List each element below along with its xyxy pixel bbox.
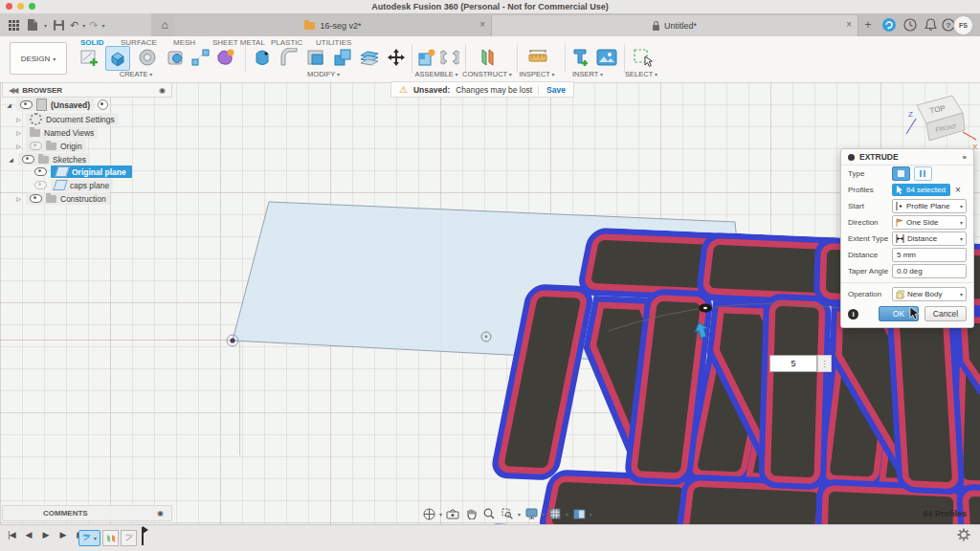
job-status-icon[interactable]	[880, 16, 898, 33]
visibility-eye-icon[interactable]	[30, 142, 42, 150]
group-label-select[interactable]: SELECT	[612, 70, 670, 78]
sweep-button[interactable]	[165, 46, 188, 69]
dialog-header[interactable]: EXTRUDE »	[841, 149, 973, 165]
grid-settings-icon[interactable]	[547, 506, 563, 521]
press-pull-button[interactable]	[251, 46, 274, 69]
doc-tab-untitled[interactable]: Untitled* ×	[492, 15, 858, 36]
extent-type-select[interactable]: Distance	[892, 231, 967, 246]
play-button[interactable]: ▶	[40, 530, 52, 540]
step-forward-button[interactable]: ▶	[57, 530, 69, 540]
joint-button[interactable]	[438, 46, 461, 69]
timeline-sketch2-feature[interactable]	[121, 530, 137, 546]
visibility-eye-icon[interactable]	[34, 181, 47, 189]
tab-close-icon[interactable]: ×	[479, 19, 485, 30]
create-sketch-button[interactable]	[78, 46, 101, 69]
pattern-button[interactable]	[189, 46, 212, 69]
step-back-button[interactable]: ◀	[23, 530, 34, 540]
activate-radio-icon[interactable]	[98, 99, 108, 110]
profiles-selection-chip[interactable]: 64 selected	[892, 184, 950, 196]
viewport-canvas[interactable]	[0, 82, 980, 524]
insert-canvas-button[interactable]	[595, 46, 618, 69]
shell-button[interactable]	[304, 46, 327, 69]
timeline-sketch-feature[interactable]	[78, 530, 100, 546]
extrude-button[interactable]	[105, 46, 130, 71]
collapsed-arrow-icon[interactable]: ▷	[15, 116, 22, 122]
data-panel-toggle-icon[interactable]	[6, 17, 21, 33]
visibility-eye-icon[interactable]	[20, 100, 33, 109]
taper-angle-input[interactable]: 0.0 deg	[892, 264, 967, 278]
display-settings-caret[interactable]: ▾	[542, 511, 545, 518]
viewports-caret[interactable]: ▾	[590, 511, 592, 518]
panel-options-icon[interactable]: ◉	[159, 86, 166, 95]
select-button[interactable]	[632, 46, 655, 69]
redo-icon[interactable]: ↷	[89, 19, 98, 32]
browser-row-construction[interactable]: ▷ Construction	[15, 192, 110, 205]
zoom-icon[interactable]	[481, 506, 497, 521]
insert-derive-button[interactable]	[570, 46, 593, 69]
workspace-switcher[interactable]: DESIGN▾	[10, 42, 67, 75]
viewports-icon[interactable]	[571, 506, 587, 521]
revolve-button[interactable]	[136, 46, 159, 69]
expanded-arrow-icon[interactable]: ◢	[6, 101, 12, 108]
clear-selection-icon[interactable]: ×	[955, 185, 961, 195]
panel-options-icon[interactable]: ◉	[157, 509, 164, 518]
redo-caret[interactable]: ▾	[101, 22, 104, 29]
construct-plane-button[interactable]	[476, 46, 499, 69]
browser-header[interactable]: ◀◀ BROWSER ◉	[2, 82, 172, 98]
browser-row-root[interactable]: ◢ (Unsaved)	[6, 99, 108, 111]
move-copy-button[interactable]	[385, 46, 408, 69]
go-to-start-button[interactable]: |◀	[6, 530, 17, 540]
display-settings-icon[interactable]	[523, 506, 539, 521]
zoom-window-icon[interactable]	[500, 506, 515, 521]
group-label-inspect[interactable]: INSPECT	[508, 70, 566, 78]
browser-row-caps-plane[interactable]: caps plane	[34, 179, 113, 191]
offset-face-button[interactable]	[358, 46, 381, 69]
pan-icon[interactable]	[463, 506, 479, 521]
browser-row-origin[interactable]: ▷ Origin	[15, 140, 86, 152]
expand-dialog-icon[interactable]: »	[963, 153, 967, 162]
create-form-button[interactable]	[214, 46, 237, 69]
measure-button[interactable]	[526, 46, 549, 69]
browser-row-sketches[interactable]: ◢ Sketches	[8, 153, 90, 165]
browser-row-original-plane[interactable]: Original plane	[34, 165, 132, 178]
viewcube[interactable]: TOP FRONT Z X	[900, 84, 980, 153]
comments-panel-header[interactable]: COMMENTS ◉	[2, 505, 172, 521]
timeline-position-marker[interactable]	[142, 527, 144, 545]
orbit-caret[interactable]: ▾	[439, 511, 442, 518]
collapsed-arrow-icon[interactable]: ▷	[15, 143, 22, 149]
timeline-plane-feature[interactable]	[102, 530, 119, 546]
new-component-button[interactable]	[415, 46, 438, 69]
group-label-create[interactable]: CREATE	[107, 70, 165, 78]
orbit-icon[interactable]	[421, 506, 436, 521]
file-menu-caret[interactable]: ▾	[44, 22, 47, 29]
zoom-window-caret[interactable]: ▾	[518, 511, 521, 518]
save-icon[interactable]	[51, 17, 66, 33]
group-label-modify[interactable]: MODIFY	[295, 70, 352, 78]
look-at-icon[interactable]	[445, 506, 460, 521]
type-thin-icon[interactable]	[914, 166, 932, 181]
collapsed-arrow-icon[interactable]: ▷	[15, 195, 22, 202]
timeline-settings-gear-icon[interactable]	[957, 528, 970, 541]
undo-caret[interactable]: ▾	[82, 22, 85, 29]
group-label-insert[interactable]: INSERT	[559, 70, 616, 78]
visibility-eye-icon[interactable]	[34, 167, 47, 176]
start-select[interactable]: Profile Plane	[892, 199, 967, 213]
distance-drag-handle[interactable]: ⋮	[817, 355, 832, 372]
home-tab-icon[interactable]: ⌂	[155, 15, 174, 34]
history-clock-icon[interactable]	[902, 16, 919, 33]
distance-manipulator-input[interactable]: 5	[769, 355, 817, 372]
browser-row-namedviews[interactable]: ▷ Named Views	[15, 126, 98, 139]
fillet-button[interactable]	[278, 46, 301, 69]
notifications-bell-icon[interactable]	[922, 16, 939, 33]
collapse-panel-icon[interactable]: ◀◀	[9, 86, 16, 95]
operation-select[interactable]: New Body	[892, 287, 967, 301]
undo-icon[interactable]: ↶	[70, 19, 78, 32]
new-tab-button[interactable]: +	[860, 16, 876, 33]
avatar[interactable]: FS	[953, 15, 973, 35]
browser-row-docsettings[interactable]: ▷ Document Settings	[15, 113, 119, 125]
collapsed-arrow-icon[interactable]: ▷	[15, 129, 22, 136]
expanded-arrow-icon[interactable]: ◢	[8, 156, 14, 163]
visibility-eye-icon[interactable]	[30, 194, 42, 203]
direction-select[interactable]: One Side	[892, 215, 967, 230]
cancel-button[interactable]: Cancel	[924, 306, 967, 321]
